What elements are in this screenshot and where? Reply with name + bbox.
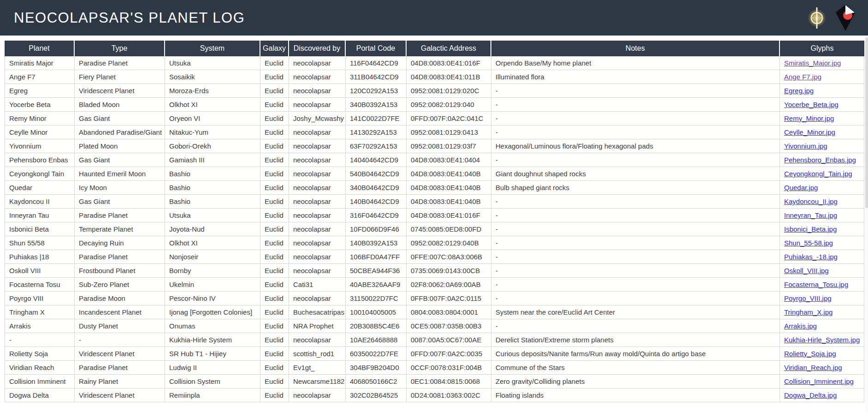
- cell-type: Bladed Moon: [75, 98, 165, 112]
- glyph-link[interactable]: Kaydoncou_II.jpg: [784, 197, 838, 205]
- glyph-link[interactable]: Arrakis.jpg: [784, 322, 817, 330]
- cell-glyphs: Focasterna_Tosu.jpg: [780, 278, 864, 292]
- cell-galactic_address: 04D8:0083:0E41:011B: [407, 70, 491, 84]
- glyph-link[interactable]: Ange F7.jpg: [784, 73, 821, 81]
- glyph-link[interactable]: Collision_Imminent.jpg: [784, 377, 854, 385]
- glyph-link[interactable]: Dogwa_Delta.jpg: [784, 391, 837, 399]
- glyph-link[interactable]: Inneyran_Tau.jpg: [784, 211, 837, 219]
- cell-notes: -: [491, 222, 780, 236]
- cell-planet: Tringham X: [5, 305, 75, 319]
- table-row: Pehensboro EnbasGas GiantGamiash IIIEucl…: [5, 153, 864, 167]
- cell-system: Sosaikik: [165, 70, 260, 84]
- cell-type: Icy Moon: [75, 181, 165, 195]
- cell-discovered_by: neocolapsar: [289, 388, 346, 402]
- cell-galactic_address: 0FFE:007C:08A3:006B: [407, 250, 491, 264]
- glyph-link[interactable]: Yocerbe_Beta.jpg: [784, 101, 838, 108]
- cell-discovered_by: neocolapsar: [289, 292, 346, 305]
- glyph-link[interactable]: Viridian_Reach.jpg: [784, 364, 842, 371]
- cell-notes: -: [491, 125, 780, 139]
- scrollbar-thumb[interactable]: [865, 37, 868, 208]
- glyph-link[interactable]: Poyrgo_VIII.jpg: [784, 294, 832, 302]
- cell-discovered_by: Joshy_Mcwashy: [289, 112, 346, 125]
- glyph-link[interactable]: Yivonnium.jpg: [784, 142, 827, 150]
- cell-planet: Yivonnium: [5, 139, 75, 153]
- glyph-link[interactable]: Isbonici_Beta.jpg: [784, 225, 837, 233]
- cell-glyphs: Ange F7.jpg: [780, 70, 864, 84]
- cell-galaxy: Euclid: [260, 167, 289, 181]
- cell-galactic_address: 04D8:0083:0E41:040B: [407, 195, 491, 209]
- table-row: Rolietty SojaViridescent PlanetSR Hub T1…: [5, 347, 864, 361]
- glyph-link[interactable]: Egreg.jpg: [784, 87, 814, 95]
- atlas-icon[interactable]: [836, 5, 856, 31]
- table-row: Focasterna TosuSub-Zero PlanetUkelminEuc…: [5, 278, 864, 292]
- cell-type: Dusty Planet: [75, 319, 165, 333]
- cell-discovered_by: neocolapsar: [289, 264, 346, 278]
- table-row: Remy MinorGas GiantOryeon VIEuclidJoshy_…: [5, 112, 864, 125]
- cell-galaxy: Euclid: [260, 236, 289, 250]
- cell-type: Temperate Planet: [75, 222, 165, 236]
- cell-glyphs: Collision_Imminent.jpg: [780, 375, 864, 388]
- cell-galactic_address: 0745:0085:0ED8:00FD: [407, 222, 491, 236]
- table-row: YivonniumPlated MoonGobori-OrekhEuclidne…: [5, 139, 864, 153]
- cell-type: Abandoned Paradise/Giant: [75, 125, 165, 139]
- cell-notes: -: [491, 209, 780, 222]
- scrollbar-track[interactable]: [865, 36, 868, 412]
- cell-galactic_address: 0EC1:0084:0815:0068: [407, 375, 491, 388]
- column-header-type: Type: [75, 41, 165, 56]
- table-row: Shun 55/58Decaying RuinOlkhot XIEuclidne…: [5, 236, 864, 250]
- glyph-link[interactable]: Focasterna_Tosu.jpg: [784, 281, 848, 288]
- column-header-glyphs: Glyphs: [780, 41, 864, 56]
- cell-notes: -: [491, 84, 780, 98]
- cell-discovered_by: neocolapsar: [289, 222, 346, 236]
- cell-notes: Commune of the Stars: [491, 361, 780, 375]
- glyph-link[interactable]: Tringham_X.jpg: [784, 308, 833, 316]
- cell-notes: Bulb shaped giant rocks: [491, 181, 780, 195]
- table-header: PlanetTypeSystemGalaxyDiscovered byPorta…: [5, 41, 864, 56]
- cell-type: Rainy Planet: [75, 375, 165, 388]
- page: NEOCOLAPSAR'S PLANET LOG: [0, 0, 868, 412]
- cell-planet: Ceyongkongl Tain: [5, 167, 75, 181]
- cell-system: Oryeon VI: [165, 112, 260, 125]
- cell-system: Utsuka: [165, 56, 260, 70]
- glyph-link[interactable]: Smiratis_Major.jpg: [784, 59, 841, 67]
- table-row: Isbonici BetaTemperate PlanetJoyota-NudE…: [5, 222, 864, 236]
- cell-planet: Isbonici Beta: [5, 222, 75, 236]
- portal-compass-icon[interactable]: [807, 6, 827, 30]
- glyph-link[interactable]: Remy_Minor.jpg: [784, 114, 834, 122]
- glyph-link[interactable]: Ceyongkongl_Tain.jpg: [784, 170, 852, 178]
- glyph-link[interactable]: Ceylle_Minor.jpg: [784, 128, 835, 136]
- cell-system: Onumas: [165, 319, 260, 333]
- table-row: Yocerbe BetaBladed MoonOlkhot XIEuclidne…: [5, 98, 864, 112]
- planet-log-table-container: PlanetTypeSystemGalaxyDiscovered byPorta…: [5, 41, 868, 402]
- table-row: EgregViridescent PlanetMoroza-ErdsEuclid…: [5, 84, 864, 98]
- glyph-link[interactable]: Rolietty_Soja.jpg: [784, 350, 836, 358]
- glyph-link[interactable]: Puhiakas_-18.jpg: [784, 253, 838, 261]
- cell-notes: Orpendo Base/My home planet: [491, 56, 780, 70]
- cell-galaxy: Euclid: [260, 125, 289, 139]
- glyph-link[interactable]: Pehensboro_Enbas.jpg: [784, 156, 856, 164]
- cell-galaxy: Euclid: [260, 56, 289, 70]
- cell-system: Utsuka: [165, 209, 260, 222]
- cell-galactic_address: 0CE5:0087:035B:00B3: [407, 319, 491, 333]
- cell-glyphs: Isbonici_Beta.jpg: [780, 222, 864, 236]
- glyph-link[interactable]: Quedar.jpg: [784, 184, 818, 191]
- cell-portal_code: 4068050166C2: [346, 375, 407, 388]
- glyph-link[interactable]: Kukhia-Hirle_System.jpg: [784, 336, 860, 344]
- glyph-link[interactable]: Oskoll_VIII.jpg: [784, 267, 829, 275]
- cell-galaxy: Euclid: [260, 222, 289, 236]
- cell-system: Pescor-Nino IV: [165, 292, 260, 305]
- cell-galactic_address: 04D8:0083:0E41:016F: [407, 209, 491, 222]
- cell-glyphs: Oskoll_VIII.jpg: [780, 264, 864, 278]
- cell-galactic_address: 0D24:0081:0363:002C: [407, 388, 491, 402]
- cell-galactic_address: 04D8:0083:0E41:040B: [407, 167, 491, 181]
- cell-discovered_by: neocolapsar: [289, 250, 346, 264]
- cell-system: Joyota-Nud: [165, 222, 260, 236]
- glyph-link[interactable]: Shun_55-58.jpg: [784, 239, 833, 247]
- cell-notes: -: [491, 264, 780, 278]
- cell-discovered_by: scottish_rod1: [289, 347, 346, 361]
- cell-planet: Rolietty Soja: [5, 347, 75, 361]
- cell-planet: Egreg: [5, 84, 75, 98]
- cell-galaxy: Euclid: [260, 153, 289, 167]
- table-row: Oskoll VIIIFrostbound PlanetBornbyEuclid…: [5, 264, 864, 278]
- cell-type: Haunted Emeril Moon: [75, 167, 165, 181]
